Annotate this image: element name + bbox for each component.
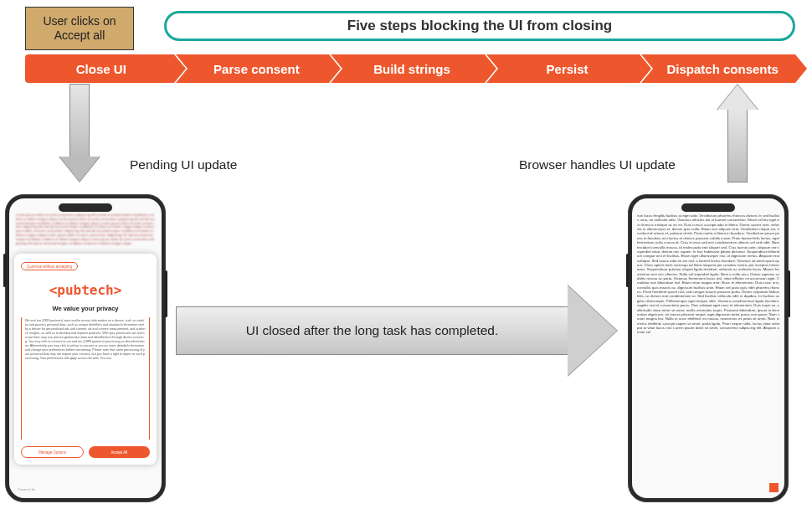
five-steps-heading: Five steps blocking the UI from closing — [164, 11, 795, 41]
pubtech-logo: <pubtech> — [21, 282, 150, 298]
label-pending-ui-update: Pending UI update — [130, 157, 237, 172]
step-dispatch-consents: Dispatch consents — [641, 54, 795, 83]
phone-with-consent-dialog: Lorem ipsum dolor sit amet consectetur a… — [5, 194, 166, 502]
up-arrow — [717, 83, 758, 183]
step-build-strings: Build strings — [331, 54, 485, 83]
phone-notch — [681, 203, 735, 212]
step-persist: Persist — [486, 54, 640, 83]
powered-by-footer: Powered by — [18, 487, 35, 491]
accept-all-button[interactable]: Accept All — [89, 446, 150, 458]
phone-left-button — [3, 254, 6, 287]
privacy-body-text: We and our (1399 partners) store and/or … — [21, 317, 150, 440]
consent-dialog: Continue without accepting <pubtech> We … — [14, 254, 157, 465]
phone-right-button — [165, 270, 167, 317]
step-close-ui: Close UI — [25, 54, 174, 83]
steps-bar: Close UI Parse consent Build strings Per… — [25, 54, 795, 83]
down-arrow — [59, 83, 100, 183]
label-browser-handles-ui: Browser handles UI update — [519, 157, 676, 172]
phone-left-button — [626, 254, 629, 287]
phone-after-ui-closed: non lacus fringilla facilisis at eget od… — [628, 194, 789, 502]
user-click-box: User clicks on Accept all — [25, 7, 134, 50]
ui-closed-arrow: UI closed after the long task has comple… — [176, 285, 618, 377]
manage-options-button[interactable]: Manage Options — [21, 446, 84, 458]
step-parse-consent: Parse consent — [176, 54, 330, 83]
phone-right-button — [788, 270, 790, 317]
orange-square-icon — [769, 483, 779, 492]
phone-notch — [59, 203, 112, 212]
article-body-text: non lacus fringilla facilisis at eget od… — [632, 198, 784, 498]
continue-without-accepting-link[interactable]: Continue without accepting — [21, 262, 78, 270]
ui-closed-arrow-label: UI closed after the long task has comple… — [176, 306, 568, 355]
privacy-heading: We value your privacy — [21, 305, 150, 312]
